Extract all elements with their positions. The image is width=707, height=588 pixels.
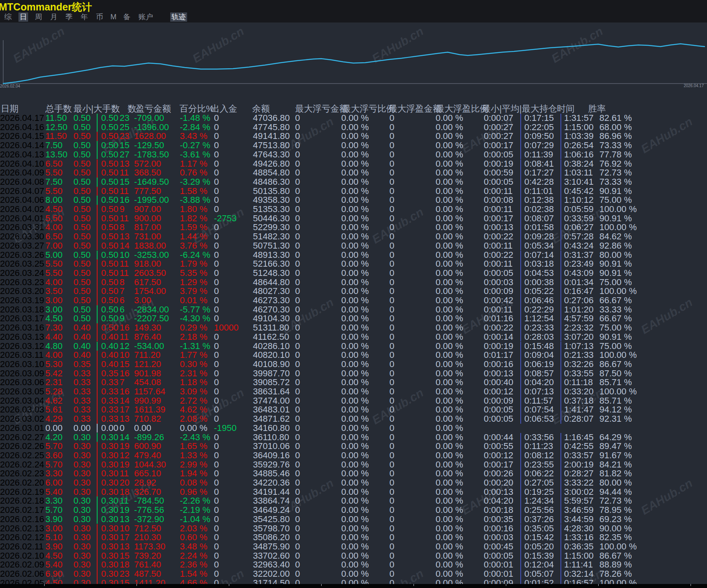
cell-pct: 2.72 % [180, 396, 208, 406]
cell-flow: 0 [214, 378, 219, 387]
table-row[interactable]: 2026.03.055.280.330.33161157.643.09 %038… [0, 387, 707, 396]
table-row[interactable]: 2026.04.106.500.500.5013572.001.17 %0494… [0, 159, 707, 169]
table-row[interactable]: 2026.03.024.290.330.3313710.822.08 %0348… [0, 414, 707, 424]
cell-fp: 0 [389, 205, 394, 214]
time-column-separator [560, 123, 561, 132]
menu-item-综[interactable]: 综 [3, 12, 13, 22]
table-row[interactable]: 2026.04.1612.500.500.5025-1396.00-2.84 %… [0, 123, 707, 132]
cell-pnl: -1783.50 [134, 150, 169, 159]
cell-fpp: 0.00 % [436, 560, 463, 570]
cell-d: 2026.03.18 [0, 305, 44, 314]
time-column-separator [520, 533, 521, 542]
table-row[interactable]: 2026.02.233.300.300.3011665.101.94 %0348… [0, 469, 707, 478]
menu-item-年[interactable]: 年 [79, 12, 89, 22]
cell-pnl: 487.50 [134, 570, 161, 579]
table-row[interactable]: 2026.04.024.500.500.509907.001.80 %05135… [0, 205, 707, 214]
cell-fpp: 0.00 % [436, 460, 463, 470]
table-row[interactable]: 2026.02.163.900.300.3013-372.90-1.04 %03… [0, 515, 707, 524]
ruler-tick [506, 584, 506, 586]
cell-mx: 0.50 [101, 141, 118, 150]
table-row[interactable]: 2026.03.124.800.400.4012-534.00-1.31 %04… [0, 342, 707, 351]
cell-bal: 50751.30 [253, 241, 290, 251]
table-row[interactable]: 2026.03.265.000.500.5010-3253.00-6.24 %0… [0, 251, 707, 260]
table-row[interactable]: 2026.02.175.700.300.3019-776.56-2.19 %03… [0, 506, 707, 515]
table-row[interactable]: 2026.04.087.500.500.5015-1649.50-3.29 %0… [0, 178, 707, 187]
cell-n: 15 [120, 360, 129, 369]
table-row[interactable]: 2026.03.277.000.500.50141838.003.76 %050… [0, 241, 707, 251]
bottom-scrollbar[interactable] [0, 584, 707, 588]
cell-t2: 0:09:28 [524, 232, 554, 241]
table-row[interactable]: 2026.03.245.500.500.50112603.505.35 %051… [0, 269, 707, 278]
menu-item-月[interactable]: 月 [49, 12, 59, 22]
table-row[interactable]: 2026.03.114.000.400.4010711.201.77 %0408… [0, 351, 707, 360]
table-row[interactable]: 2026.04.1711.500.500.5023-709.00-1.48 %0… [0, 114, 707, 123]
table-row[interactable]: 2026.02.133.000.300.3010712.502.03 %0357… [0, 524, 707, 533]
table-row[interactable]: 2026.04.147.500.500.5015-129.50-0.27 %04… [0, 141, 707, 150]
table-row[interactable]: 2026.02.274.200.300.3014-899.26-2.43 %03… [0, 433, 707, 442]
table-row[interactable]: 2026.04.1313.500.500.5027-1783.50-3.61 %… [0, 150, 707, 159]
table-row[interactable]: 2026.02.066.900.300.3023487.501.54 %0322… [0, 570, 707, 579]
table-row[interactable]: 2026.03.035.610.330.33171611.394.62 %036… [0, 405, 707, 414]
table-row[interactable]: 2026.02.195.400.300.3018326.700.96 %0341… [0, 488, 707, 497]
cell-flp: 0.00 % [341, 314, 369, 323]
cell-bal: 33702.60 [253, 551, 290, 561]
table-row[interactable]: 2026.03.062.310.330.337454.081.18 %03908… [0, 378, 707, 387]
column-header-8[interactable]: 最大浮亏金额 [295, 103, 348, 115]
cell-win: 87.50 % [599, 369, 632, 378]
table-row[interactable]: 2026.02.104.500.300.3015739.202.24 %0337… [0, 551, 707, 561]
cell-win: 88.89 % [599, 560, 632, 570]
table-row[interactable]: 2026.02.125.100.300.3017210.300.60 %0350… [0, 533, 707, 542]
table-row[interactable]: 2026.03.234.000.500.508617.501.29 %04864… [0, 278, 707, 287]
menu-item-轨迹[interactable]: 轨迹 [170, 12, 187, 22]
menu-item-备[interactable]: 备 [122, 12, 132, 22]
cell-t3: 3:00:02 [564, 488, 593, 497]
cell-flp: 0.00 % [341, 551, 369, 561]
table-row[interactable]: 2026.03.174.500.500.509-2207.50-4.30 %04… [0, 314, 707, 323]
cell-pct: 5.35 % [180, 269, 208, 278]
table-row[interactable]: 2026.02.245.700.300.30191044.302.99 %035… [0, 460, 707, 470]
table-row[interactable]: 2026.03.095.420.330.3516901.982.31 %0399… [0, 369, 707, 378]
table-row[interactable]: 2026.03.183.000.500.506-2834.00-5.77 %04… [0, 305, 707, 314]
menu-item-日[interactable]: 日 [18, 12, 28, 22]
time-column-separator [560, 360, 561, 369]
table-row[interactable]: 2026.03.105.300.350.4015121.200.30 %0401… [0, 360, 707, 369]
cell-fp: 0 [389, 442, 394, 451]
cell-fpp: 0.00 % [436, 342, 463, 351]
table-row[interactable]: 2026.03.203.500.500.5071754.003.79 %0480… [0, 287, 707, 296]
lot-column-separator [97, 496, 98, 506]
table-row[interactable]: 2026.04.015.500.500.5011900.001.82 %-275… [0, 214, 707, 223]
table-row[interactable]: 2026.03.255.500.500.5011918.001.79 %0521… [0, 259, 707, 269]
menu-item-币[interactable]: 币 [95, 12, 104, 22]
cell-pct: -5.77 % [180, 305, 210, 314]
table-row[interactable]: 2026.03.134.400.400.4011876.402.18 %0411… [0, 333, 707, 342]
table-row[interactable]: 2026.03.306.500.500.5013731.001.44 %0514… [0, 232, 707, 241]
table-row[interactable]: 2026.02.265.700.300.3019600.901.65 %0370… [0, 442, 707, 451]
table-row[interactable]: 2026.02.113.900.300.30131173.303.48 %034… [0, 542, 707, 551]
cell-pnl: -899.26 [134, 433, 164, 442]
cell-fpp: 0.00 % [436, 533, 463, 542]
table-row[interactable]: 2026.03.010.000.000.0000.000.00 %-195034… [0, 424, 707, 433]
cell-t2: 0:08:07 [524, 214, 554, 223]
column-header-10[interactable]: 最大浮盈金额 [389, 103, 442, 115]
table-row[interactable]: 2026.04.095.500.500.5011368.500.76 %0488… [0, 168, 707, 178]
table-row[interactable]: 2026.02.206.000.300.302028.920.08 %03422… [0, 478, 707, 488]
table-row[interactable]: 2026.03.193.000.500.5063.000.01 %046273.… [0, 296, 707, 305]
table-row[interactable]: 2026.03.167.300.400.5016149.300.29 %1000… [0, 323, 707, 333]
cell-flow: 0 [214, 223, 219, 232]
lot-column-separator [97, 414, 98, 424]
menu-item-周[interactable]: 周 [34, 12, 43, 22]
table-row[interactable]: 2026.03.314.000.500.508817.001.59 %05229… [0, 223, 707, 232]
table-row[interactable]: 2026.04.068.000.500.5016-1995.00-3.88 %0… [0, 196, 707, 205]
menu-item-M[interactable]: M [109, 12, 118, 22]
menu-item-账户[interactable]: 账户 [137, 12, 154, 22]
table-row[interactable]: 2026.04.075.500.500.5011777.501.58 %0501… [0, 187, 707, 196]
table-row[interactable]: 2026.02.183.300.300.3011-784.50-2.26 %03… [0, 496, 707, 506]
cell-t2: 0:02:38 [524, 205, 554, 214]
table-row[interactable]: 2026.02.253.600.300.3012479.401.33 %0364… [0, 451, 707, 460]
table-row[interactable]: 2026.03.044.620.330.3314990.992.72 %0374… [0, 396, 707, 406]
table-row[interactable]: 2026.02.095.400.300.3018761.402.36 %0329… [0, 560, 707, 570]
menu-item-季[interactable]: 季 [64, 12, 74, 22]
cell-bal: 32202.00 [253, 570, 290, 579]
table-row[interactable]: 2026.04.1511.500.500.50231628.003.43 %04… [0, 132, 707, 141]
cell-fp: 0 [389, 496, 394, 506]
